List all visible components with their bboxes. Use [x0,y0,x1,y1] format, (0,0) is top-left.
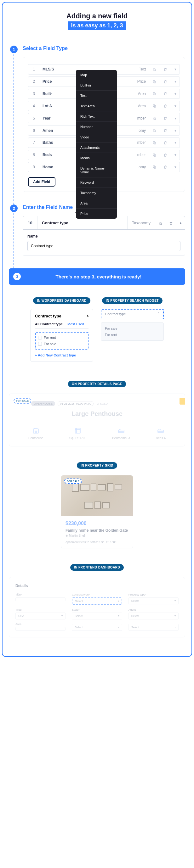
dropdown-item[interactable]: Dynamic Name-Value [76,163,117,178]
dropdown-item[interactable]: Keyword [76,178,117,188]
chevron-down-icon[interactable]: ▾ [171,64,180,74]
dropdown-item[interactable]: Text Area [76,101,117,112]
form-field[interactable]: State*Select▾ [72,608,122,619]
tab-most-used[interactable]: Most Used [67,322,84,326]
agent-name: ◈ Martin Shell [65,534,129,537]
copy-icon[interactable] [149,162,160,173]
property-meta: Apartment Beds: 2 Baths: 2 Sq. Ft: 1300 [65,540,129,544]
checkbox-option[interactable]: For rent [38,334,85,341]
trash-icon[interactable] [160,64,171,74]
trash-icon[interactable] [166,220,176,225]
trash-icon[interactable] [160,89,171,99]
step-2-number: 2 [10,205,18,212]
add-new-link[interactable]: + Add New Contract type [35,353,88,357]
feature-item: Sq. Ft: 1700 [69,427,86,440]
dropdown-item[interactable]: Attachments [76,143,117,153]
chevron-up-icon: ˄ [158,312,159,316]
favorite-tab[interactable] [179,398,185,405]
chevron-down-icon[interactable]: ▾ [171,101,180,111]
form-field[interactable]: Property type*Select▾ [129,593,178,605]
for-sale-tag: FOR SALE [64,478,82,484]
date-badge: 01-21-2018, 02:00-04:00 [58,401,93,406]
dropdown-item[interactable]: Rich Text [76,112,117,122]
tab-all[interactable]: All Contract type [35,322,63,326]
sold-label: ⊘ SOLD [97,402,108,405]
collapse-icon[interactable]: ▴ [176,220,185,225]
badge-wp: IN WORDPRESS DASHBOARD [33,297,90,304]
chevron-down-icon[interactable]: ▾ [171,76,180,87]
form-field[interactable]: Area [16,623,65,631]
wp-card-title: Contract type [35,314,61,318]
trash-icon[interactable] [160,76,171,87]
trash-icon[interactable] [160,125,171,135]
trash-icon[interactable] [160,137,171,148]
form-field[interactable]: TypeUSA▾ [16,608,65,619]
open-house-badge: OPEN HOUSE [31,401,55,406]
step-3-banner: 3 There's no step 3, everything is ready… [9,268,185,285]
form-field[interactable]: Select▾ [72,623,122,631]
chevron-down-icon[interactable]: ▾ [171,125,180,135]
form-field[interactable]: Select▾ [129,623,178,631]
trash-icon[interactable] [160,162,171,173]
badge-grid: IN PROPERTY GRID [77,462,117,469]
dropdown-item[interactable]: Number [76,122,117,132]
chevron-down-icon[interactable]: ▾ [171,137,180,148]
dropdown-item[interactable]: Built-in [76,80,117,91]
svg-rect-21 [75,428,80,433]
property-title: Large Penthouse [16,410,178,417]
trash-icon[interactable] [160,150,171,160]
add-field-button[interactable]: Add Field [28,177,55,187]
trash-icon[interactable] [160,101,171,111]
copy-icon[interactable] [149,150,160,160]
step-3-number: 3 [13,273,21,280]
copy-icon[interactable] [149,137,160,148]
svg-rect-18 [160,223,162,225]
feature-item: Beds 4 [156,427,166,440]
copy-icon[interactable] [149,113,160,123]
feature-item: Bedrooms: 3 [112,427,130,440]
dropdown-item[interactable]: Taxonomy [76,188,117,198]
copy-icon[interactable] [149,125,160,135]
title-line2: is as easy as 1, 2, 3 [68,21,126,30]
dropdown-item[interactable]: Video [76,132,117,143]
dropdown-item[interactable]: Price [76,209,117,219]
step-1-title: Select a Field Type [23,45,185,51]
chevron-down-icon[interactable]: ▾ [171,89,180,99]
dropdown-item[interactable]: Text [76,91,117,101]
copy-icon[interactable] [155,220,166,225]
form-field[interactable]: Title* [16,593,65,605]
widget-select[interactable]: Contract type˄ [101,309,164,319]
form-field[interactable]: Contract type*Select▾ [72,593,122,605]
chevron-down-icon[interactable]: ▾ [171,162,180,173]
property-price: $230,000 [65,521,129,526]
copy-icon[interactable] [149,101,160,111]
dropdown-item[interactable]: Map [76,70,117,80]
copy-icon[interactable] [149,76,160,87]
name-input[interactable] [27,241,181,251]
badge-details: ON PROPERTY DETAILS PAGE [68,381,126,387]
property-title: Family home near the Golden Gate [65,528,129,533]
step-1-number: 1 [10,45,18,53]
form-field[interactable]: AgentSelect▾ [129,608,178,619]
copy-icon[interactable] [149,89,160,99]
dropdown-item[interactable]: Area [76,198,117,209]
field-type: Taxonomy [128,216,155,229]
trash-icon[interactable] [160,113,171,123]
chevron-down-icon[interactable]: ▾ [171,113,180,123]
chevron-down-icon[interactable]: ▾ [171,150,180,160]
details-heading: Details [16,584,178,588]
badge-widget: IN PROPERTY SEARCH WIDGET [102,297,163,304]
checkbox-option[interactable]: For sale [38,341,85,347]
dropdown-item[interactable]: Media [76,153,117,163]
widget-options[interactable]: For sale For rent [101,322,164,341]
copy-icon[interactable] [149,64,160,74]
badge-frontend: IN FRONTEND DASHBOARD [70,564,124,571]
title-line1: Adding a new field [9,12,185,20]
field-type-dropdown[interactable]: MapBuilt-inTextText AreaRich TextNumberV… [76,70,117,219]
for-sale-tag: FOR SALE [13,398,31,404]
page-title: Adding a new field is as easy as 1, 2, 3 [9,12,185,30]
field-index: 10 [23,216,37,229]
feature-item: Penthouse [28,427,44,440]
collapse-icon[interactable]: ▴ [87,314,88,318]
name-label: Name [27,234,181,239]
